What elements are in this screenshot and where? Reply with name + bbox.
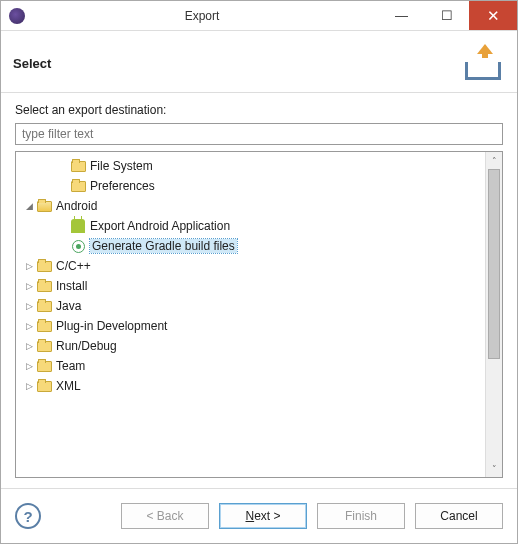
tree-item-ccpp[interactable]: ▷ C/C++ <box>16 256 485 276</box>
gradle-icon <box>70 238 86 254</box>
minimize-button[interactable]: — <box>379 1 424 30</box>
tree-item-file-system[interactable]: ▹ File System <box>16 156 485 176</box>
tree-label: Install <box>56 279 87 293</box>
folder-icon <box>36 318 52 334</box>
titlebar: Export — ☐ ✕ <box>1 1 517 31</box>
folder-icon <box>36 358 52 374</box>
eclipse-icon <box>9 8 25 24</box>
export-tree[interactable]: ▹ File System ▹ Preferences ◢ Android ▹ <box>16 152 485 477</box>
finish-button[interactable]: Finish <box>317 503 405 529</box>
tree-item-android[interactable]: ◢ Android <box>16 196 485 216</box>
next-button[interactable]: Next > <box>219 503 307 529</box>
cancel-button[interactable]: Cancel <box>415 503 503 529</box>
expand-icon[interactable]: ▷ <box>22 261 36 271</box>
tree-item-install[interactable]: ▷ Install <box>16 276 485 296</box>
tree-label: Team <box>56 359 85 373</box>
tree-item-java[interactable]: ▷ Java <box>16 296 485 316</box>
tree-label-selected: Generate Gradle build files <box>90 239 237 253</box>
tree-label: File System <box>90 159 153 173</box>
tree-item-run-debug[interactable]: ▷ Run/Debug <box>16 336 485 356</box>
tree-label: Run/Debug <box>56 339 117 353</box>
back-button[interactable]: < Back <box>121 503 209 529</box>
expand-icon[interactable]: ▷ <box>22 361 36 371</box>
button-bar: ? < Back Next > Finish Cancel <box>1 488 517 543</box>
scroll-up-icon[interactable]: ˄ <box>486 152 502 169</box>
folder-icon <box>70 158 86 174</box>
tree-item-generate-gradle[interactable]: ▹ Generate Gradle build files <box>16 236 485 256</box>
folder-icon <box>70 178 86 194</box>
tree-item-xml[interactable]: ▷ XML <box>16 376 485 396</box>
tree-label: Preferences <box>90 179 155 193</box>
folder-open-icon <box>36 198 52 214</box>
dialog-header: Select <box>1 31 517 93</box>
collapse-icon[interactable]: ◢ <box>22 201 36 211</box>
help-button[interactable]: ? <box>15 503 41 529</box>
folder-icon <box>36 378 52 394</box>
tree-label: Export Android Application <box>90 219 230 233</box>
export-dialog: Export — ☐ ✕ Select Select an export des… <box>0 0 518 544</box>
maximize-button[interactable]: ☐ <box>424 1 469 30</box>
scroll-thumb[interactable] <box>488 169 500 359</box>
tree-label: Plug-in Development <box>56 319 167 333</box>
folder-icon <box>36 258 52 274</box>
tree-label: XML <box>56 379 81 393</box>
folder-icon <box>36 338 52 354</box>
tree-item-plugin-dev[interactable]: ▷ Plug-in Development <box>16 316 485 336</box>
tree-label: Java <box>56 299 81 313</box>
android-icon <box>70 218 86 234</box>
export-icon <box>461 44 505 84</box>
tree-item-export-android-app[interactable]: ▹ Export Android Application <box>16 216 485 236</box>
filter-input[interactable] <box>15 123 503 145</box>
scrollbar[interactable]: ˄ ˅ <box>485 152 502 477</box>
folder-icon <box>36 278 52 294</box>
tree-label: C/C++ <box>56 259 91 273</box>
content-area: Select an export destination: ▹ File Sys… <box>1 93 517 488</box>
tree-label: Android <box>56 199 97 213</box>
scroll-down-icon[interactable]: ˅ <box>486 460 502 477</box>
expand-icon[interactable]: ▷ <box>22 301 36 311</box>
tree-container: ▹ File System ▹ Preferences ◢ Android ▹ <box>15 151 503 478</box>
prompt-label: Select an export destination: <box>15 103 503 117</box>
tree-item-team[interactable]: ▷ Team <box>16 356 485 376</box>
page-title: Select <box>13 56 461 71</box>
expand-icon[interactable]: ▷ <box>22 281 36 291</box>
tree-item-preferences[interactable]: ▹ Preferences <box>16 176 485 196</box>
expand-icon[interactable]: ▷ <box>22 341 36 351</box>
expand-icon[interactable]: ▷ <box>22 321 36 331</box>
close-button[interactable]: ✕ <box>469 1 517 30</box>
window-title: Export <box>25 9 379 23</box>
expand-icon[interactable]: ▷ <box>22 381 36 391</box>
folder-icon <box>36 298 52 314</box>
